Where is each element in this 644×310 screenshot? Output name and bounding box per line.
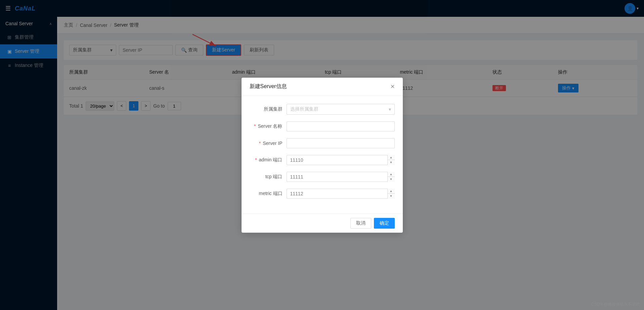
form-item-server-name: * Server 名称	[250, 121, 395, 131]
cluster-select-chevron-icon: ▾	[389, 107, 391, 112]
cluster-select-placeholder: 选择所属集群	[290, 106, 318, 112]
admin-port-down-arrow[interactable]: ▼	[388, 160, 395, 165]
admin-port-control: ▲ ▼	[287, 155, 395, 165]
cancel-button[interactable]: 取消	[350, 218, 371, 229]
tcp-port-label: tcp 端口	[250, 174, 287, 180]
server-name-label: * Server 名称	[250, 123, 287, 129]
server-ip-field[interactable]	[287, 138, 395, 148]
cluster-field-control: 选择所属集群 ▾	[287, 104, 395, 115]
form-item-tcp-port: tcp 端口 ▲ ▼	[250, 172, 395, 182]
tcp-port-down-arrow[interactable]: ▼	[388, 177, 395, 182]
new-server-modal: 新建Server信息 ✕ 所属集群 选择所属集群 ▾ * Server 名称	[242, 78, 403, 233]
metric-port-label: metric 端口	[250, 191, 287, 197]
cluster-field-label: 所属集群	[250, 106, 287, 112]
tcp-port-arrows: ▲ ▼	[387, 172, 395, 182]
metric-port-control: ▲ ▼	[287, 189, 395, 199]
modal-body: 所属集群 选择所属集群 ▾ * Server 名称	[242, 96, 403, 214]
form-item-admin-port: * admin 端口 ▲ ▼	[250, 155, 395, 165]
metric-port-down-arrow[interactable]: ▼	[388, 194, 395, 199]
form-item-cluster: 所属集群 选择所属集群 ▾	[250, 104, 395, 115]
tcp-port-control: ▲ ▼	[287, 172, 395, 182]
modal-close-button[interactable]: ✕	[390, 83, 395, 90]
admin-port-wrapper: ▲ ▼	[287, 155, 395, 165]
form-item-server-ip: * Server IP	[250, 138, 395, 148]
modal-header: 新建Server信息 ✕	[242, 78, 403, 96]
tcp-port-up-arrow[interactable]: ▲	[388, 172, 395, 177]
tcp-port-wrapper: ▲ ▼	[287, 172, 395, 182]
required-star-3: *	[255, 157, 257, 162]
metric-port-up-arrow[interactable]: ▲	[388, 189, 395, 194]
server-name-control	[287, 121, 395, 131]
admin-port-arrows: ▲ ▼	[387, 155, 395, 165]
admin-port-label: * admin 端口	[250, 157, 287, 163]
cluster-select[interactable]: 选择所属集群 ▾	[287, 104, 395, 115]
metric-port-wrapper: ▲ ▼	[287, 189, 395, 199]
admin-port-input[interactable]	[287, 155, 395, 165]
metric-port-input[interactable]	[287, 189, 395, 199]
required-star: *	[254, 123, 256, 129]
modal-title: 新建Server信息	[250, 83, 287, 90]
modal-overlay[interactable]: 新建Server信息 ✕ 所属集群 选择所属集群 ▾ * Server 名称	[0, 0, 644, 310]
admin-port-up-arrow[interactable]: ▲	[388, 155, 395, 160]
server-name-input[interactable]	[287, 121, 395, 131]
metric-port-arrows: ▲ ▼	[387, 189, 395, 199]
required-star-2: *	[259, 141, 261, 146]
form-item-metric-port: metric 端口 ▲ ▼	[250, 189, 395, 199]
server-ip-label: * Server IP	[250, 141, 287, 146]
modal-footer: 取消 确定	[242, 214, 403, 233]
watermark: CSDN @佛祖保佑永不宕机	[591, 302, 640, 307]
tcp-port-input[interactable]	[287, 172, 395, 182]
server-ip-control	[287, 138, 395, 148]
confirm-button[interactable]: 确定	[374, 218, 395, 229]
